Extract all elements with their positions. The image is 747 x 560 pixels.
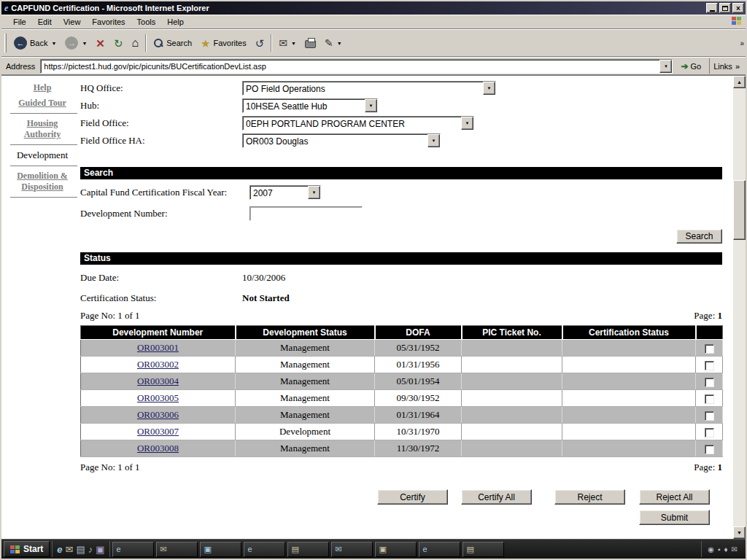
address-dropdown-icon[interactable]: ▼: [659, 60, 672, 73]
ie-icon[interactable]: e: [57, 545, 62, 554]
fiscal-year-select[interactable]: 2007 ▼: [249, 185, 321, 200]
row-checkbox[interactable]: [705, 378, 714, 387]
taskbar-window-button[interactable]: e: [112, 542, 154, 557]
page-value[interactable]: 1: [718, 310, 723, 321]
favorites-button[interactable]: ★ Favorites: [196, 31, 251, 55]
scrollbar-thumb[interactable]: [733, 180, 746, 240]
chevron-down-icon[interactable]: ▼: [461, 117, 473, 130]
col-development-number: Development Number: [81, 326, 236, 340]
development-number-link[interactable]: OR003002: [137, 359, 179, 370]
chevron-down-icon[interactable]: ▼: [365, 99, 377, 112]
taskbar-window-button[interactable]: ▣: [375, 542, 417, 557]
mail-dropdown-icon: ▼: [291, 41, 296, 46]
development-number-link[interactable]: OR003006: [137, 409, 179, 420]
refresh-icon: ↻: [114, 38, 123, 49]
chevron-down-icon[interactable]: ▼: [308, 186, 320, 199]
restore-button[interactable]: [719, 3, 731, 13]
media-icon[interactable]: ♪: [88, 545, 93, 554]
address-input[interactable]: https://pictest1.hud.gov/pic/picunits/BU…: [40, 59, 673, 74]
taskbar-window-button[interactable]: ▤: [287, 542, 329, 557]
taskbar-window-button[interactable]: ▣: [200, 542, 241, 557]
system-tray: ◉ ▪ ♦ ✉: [701, 541, 743, 557]
home-icon: ⌂: [132, 37, 139, 49]
development-number-link[interactable]: OR003008: [137, 443, 179, 454]
field-office-select[interactable]: 0EPH PORTLAND PROGRAM CENTER ▼: [242, 116, 474, 131]
history-button[interactable]: ↺: [251, 31, 269, 55]
minimize-button[interactable]: [706, 3, 718, 13]
refresh-button[interactable]: ↻: [109, 31, 128, 55]
dofa-cell: 09/30/1952: [375, 390, 462, 407]
taskbar-window-button[interactable]: e: [419, 542, 460, 557]
development-number-input[interactable]: [249, 206, 363, 221]
sidebar-item-demolition-disposition[interactable]: Demolition & Disposition: [10, 168, 74, 195]
sidebar-item-help[interactable]: Help: [10, 80, 74, 96]
sidebar-item-guided-tour[interactable]: Guided Tour: [10, 96, 74, 111]
sidebar-item-development[interactable]: Development: [10, 147, 74, 163]
chevron-down-icon[interactable]: ▼: [427, 134, 440, 147]
menu-help[interactable]: Help: [161, 16, 190, 28]
tray-icon[interactable]: ✉: [732, 545, 738, 553]
links-chevron-icon: »: [735, 62, 740, 71]
row-checkbox[interactable]: [705, 361, 714, 370]
standard-toolbar: ← Back ▼ → ▼ ✕ ↻ ⌂ Search ★ Favorites ↺ …: [1, 29, 746, 57]
scroll-up-icon[interactable]: ▲: [733, 76, 746, 88]
submit-button[interactable]: Submit: [639, 510, 710, 525]
mail-button[interactable]: ✉ ▼: [274, 31, 301, 55]
menu-favorites[interactable]: Favorites: [86, 16, 131, 28]
taskbar-window-button[interactable]: e: [244, 542, 285, 557]
tray-icon[interactable]: ♦: [724, 545, 728, 553]
certify-all-button[interactable]: Certify All: [461, 489, 532, 505]
vertical-scrollbar[interactable]: ▲ ▼: [733, 76, 746, 539]
taskbar-window-button[interactable]: ▤: [462, 542, 504, 557]
sidebar-item-housing-authority[interactable]: Housing Authority: [10, 116, 74, 142]
scroll-down-icon[interactable]: ▼: [733, 526, 746, 539]
start-button[interactable]: Start: [4, 541, 50, 557]
go-button[interactable]: ➔ Go: [676, 58, 705, 74]
mail-icon[interactable]: ✉: [66, 545, 74, 554]
home-button[interactable]: ⌂: [128, 31, 144, 55]
menu-view[interactable]: View: [58, 16, 87, 28]
dofa-cell: 05/01/1954: [375, 373, 462, 390]
certify-button[interactable]: Certify: [377, 489, 448, 505]
back-button[interactable]: ← Back ▼: [9, 31, 61, 55]
row-checkbox[interactable]: [705, 344, 714, 354]
hq-office-select[interactable]: PO Field Operations ▼: [242, 81, 496, 96]
print-button[interactable]: [301, 31, 320, 55]
row-checkbox[interactable]: [705, 428, 714, 438]
field-office-ha-select[interactable]: OR003 Douglas ▼: [242, 133, 441, 148]
tray-icon[interactable]: ▪: [718, 545, 721, 553]
folder-icon[interactable]: ▣: [96, 545, 104, 554]
forward-button[interactable]: → ▼: [61, 31, 91, 55]
main-panel: HQ Office: PO Field Operations ▼ Hub: 10…: [80, 76, 722, 539]
links-bar[interactable]: Links »: [709, 58, 743, 74]
reject-all-button[interactable]: Reject All: [639, 489, 710, 505]
development-number-link[interactable]: OR003005: [137, 392, 179, 403]
tray-icon[interactable]: ◉: [708, 545, 714, 553]
edit-button[interactable]: ✎ ▼: [320, 31, 347, 55]
search-toolbar-button[interactable]: Search: [149, 31, 196, 55]
taskbar-window-button[interactable]: ✉: [156, 542, 198, 557]
chevron-down-icon[interactable]: ▼: [483, 82, 495, 95]
page-content: Help Guided Tour Housing Authority Devel…: [1, 75, 746, 539]
reject-button[interactable]: Reject: [554, 489, 625, 505]
row-checkbox[interactable]: [705, 394, 714, 404]
search-button[interactable]: Search: [676, 229, 722, 244]
menu-file[interactable]: File: [7, 16, 32, 28]
hub-select[interactable]: 10HSEA Seattle Hub ▼: [242, 98, 378, 113]
row-checkbox[interactable]: [705, 411, 714, 421]
desktop-icon[interactable]: ▤: [76, 545, 85, 554]
page-value[interactable]: 1: [718, 462, 723, 472]
address-url[interactable]: https://pictest1.hud.gov/pic/picunits/BU…: [41, 62, 659, 71]
development-number-link[interactable]: OR003001: [137, 342, 179, 353]
certification-status-value: Not Started: [242, 292, 290, 304]
development-number-link[interactable]: OR003004: [137, 376, 179, 386]
close-button[interactable]: ×: [732, 3, 744, 13]
menu-edit[interactable]: Edit: [32, 16, 58, 28]
development-number-link[interactable]: OR003007: [137, 426, 179, 437]
row-checkbox[interactable]: [705, 445, 714, 454]
stop-button[interactable]: ✕: [91, 31, 109, 55]
toolbar-overflow-chevron-icon[interactable]: »: [740, 39, 744, 47]
development-number-cell: OR003006: [81, 407, 236, 424]
taskbar-window-button[interactable]: ✉: [331, 542, 373, 557]
menu-tools[interactable]: Tools: [131, 16, 162, 28]
